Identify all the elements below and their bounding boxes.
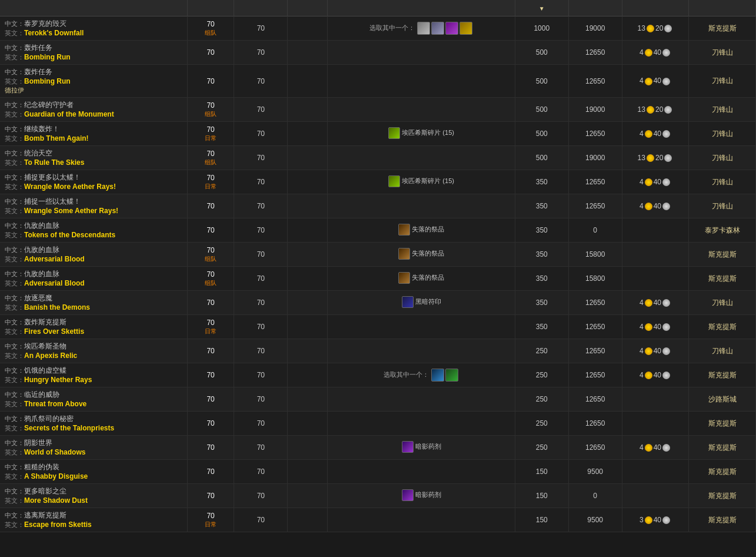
req-level-cell: 70 <box>234 508 288 532</box>
faction-cell <box>288 98 328 122</box>
category-cell: 刀锋山 <box>689 65 756 98</box>
level-cell: 70 <box>187 387 234 412</box>
table-row: 中文：放逐恶魔英文：Banish the Demons7070黑暗符印35012… <box>0 291 756 315</box>
reward-cell: 失落的祭品 <box>328 243 515 267</box>
quest-name-cell: 中文：纪念碑的守护者英文：Guardian of the Monument <box>0 98 187 122</box>
level-cell: 70组队 <box>187 98 234 122</box>
col-header-reward[interactable] <box>328 0 515 16</box>
category-cell: 斯克提斯 <box>689 484 756 508</box>
faction-cell <box>288 315 328 339</box>
reward-cell: 暗影药剂 <box>328 436 515 460</box>
exp-cell: 12650 <box>568 122 622 146</box>
rep-cell: 350 <box>515 170 568 194</box>
quest-name-cell: 中文：仇敌的血脉英文：Adversarial Blood <box>0 243 187 267</box>
reward-cell: 选取其中一个： <box>328 16 515 41</box>
faction-cell <box>288 291 328 315</box>
req-level-cell: 70 <box>234 41 288 65</box>
req-level-cell: 70 <box>234 339 288 363</box>
sort-desc-icon: ▼ <box>539 5 545 12</box>
money-cell <box>622 267 689 291</box>
category-cell: 刀锋山 <box>689 291 756 315</box>
exp-cell: 15800 <box>568 243 622 267</box>
req-level-cell: 70 <box>234 98 288 122</box>
category-cell: 斯克提斯 <box>689 508 756 532</box>
reward-cell <box>328 387 515 412</box>
level-cell: 70日常 <box>187 170 234 194</box>
money-cell <box>622 412 689 436</box>
money-cell <box>622 484 689 508</box>
money-cell: 1320 <box>622 146 689 170</box>
exp-cell: 12650 <box>568 387 622 412</box>
reward-cell <box>328 460 515 484</box>
rep-cell: 150 <box>515 460 568 484</box>
table-row: 中文：鸦爪祭司的秘密英文：Secrets of the Talonpriests… <box>0 412 756 436</box>
faction-cell <box>288 65 328 98</box>
faction-cell <box>288 363 328 387</box>
col-header-rep[interactable]: ▼ <box>515 0 568 16</box>
quest-name-cell: 中文：逃离斯克提斯英文：Escape from Skettis <box>0 508 187 532</box>
category-cell: 斯克提斯 <box>689 436 756 460</box>
col-header-category[interactable] <box>689 0 756 16</box>
col-header-level[interactable] <box>187 0 234 16</box>
req-level-cell: 70 <box>234 291 288 315</box>
quest-name-cell: 中文：粗糙的伪装英文：A Shabby Disguise <box>0 460 187 484</box>
req-level-cell: 70 <box>234 146 288 170</box>
req-level-cell: 70 <box>234 16 288 41</box>
reward-cell <box>328 98 515 122</box>
faction-cell <box>288 508 328 532</box>
level-cell: 70 <box>187 65 234 98</box>
faction-cell <box>288 267 328 291</box>
col-header-exp[interactable] <box>568 0 622 16</box>
col-header-money[interactable] <box>622 0 689 16</box>
table-row: 中文：仇敌的血脉英文：Tokens of the Descendants7070… <box>0 218 756 243</box>
exp-cell: 12650 <box>568 194 622 218</box>
category-cell: 刀锋山 <box>689 146 756 170</box>
faction-cell <box>288 170 328 194</box>
table-row: 中文：阴影世界英文：World of Shadows7070暗影药剂250126… <box>0 436 756 460</box>
rep-cell: 500 <box>515 41 568 65</box>
exp-cell: 12650 <box>568 412 622 436</box>
quest-name-cell: 中文：更多暗影之尘英文：More Shadow Dust <box>0 484 187 508</box>
category-cell: 刀锋山 <box>689 122 756 146</box>
exp-cell: 9500 <box>568 460 622 484</box>
col-header-faction[interactable] <box>288 0 328 16</box>
col-header-name <box>0 0 187 16</box>
table-row: 中文：捕捉更多以太鲽！英文：Wrangle More Aether Rays!7… <box>0 170 756 194</box>
level-cell: 70 <box>187 41 234 65</box>
faction-cell <box>288 460 328 484</box>
level-cell: 70组队 <box>187 267 234 291</box>
table-row: 中文：纪念碑的守护者英文：Guardian of the Monument70组… <box>0 98 756 122</box>
level-cell: 70组队 <box>187 16 234 41</box>
exp-cell: 15800 <box>568 267 622 291</box>
table-row: 中文：轰炸任务英文：Bombing Run707050012650440刀锋山 <box>0 41 756 65</box>
quest-name-cell: 中文：饥饿的虚空鲽英文：Hungry Nether Rays <box>0 363 187 387</box>
category-cell: 刀锋山 <box>689 41 756 65</box>
category-cell: 泰罗卡森林 <box>689 218 756 243</box>
rep-cell: 250 <box>515 436 568 460</box>
req-level-cell: 70 <box>234 194 288 218</box>
exp-cell: 12650 <box>568 291 622 315</box>
category-cell: 刀锋山 <box>689 339 756 363</box>
quest-name-cell: 中文：轰炸任务英文：Bombing Run德拉伊 <box>0 65 187 98</box>
rep-cell: 350 <box>515 218 568 243</box>
rep-cell: 150 <box>515 508 568 532</box>
reward-cell: 埃匹希斯碎片 (15) <box>328 122 515 146</box>
req-level-cell: 70 <box>234 460 288 484</box>
exp-cell: 0 <box>568 484 622 508</box>
req-level-cell: 70 <box>234 218 288 243</box>
level-cell: 70 <box>187 218 234 243</box>
category-cell: 斯克提斯 <box>689 243 756 267</box>
level-cell: 70 <box>187 436 234 460</box>
money-cell: 440 <box>622 41 689 65</box>
quest-name-cell: 中文：仇敌的血脉英文：Tokens of the Descendants <box>0 218 187 243</box>
req-level-cell: 70 <box>234 315 288 339</box>
faction-cell <box>288 218 328 243</box>
req-level-cell: 70 <box>234 412 288 436</box>
req-level-cell: 70 <box>234 267 288 291</box>
col-header-req-level[interactable] <box>234 0 288 16</box>
exp-cell: 12650 <box>568 41 622 65</box>
rep-cell: 250 <box>515 412 568 436</box>
quest-name-cell: 中文：泰罗克的毁灭英文：Terokk's Downfall <box>0 16 187 41</box>
money-cell: 1320 <box>622 98 689 122</box>
money-cell: 440 <box>622 122 689 146</box>
